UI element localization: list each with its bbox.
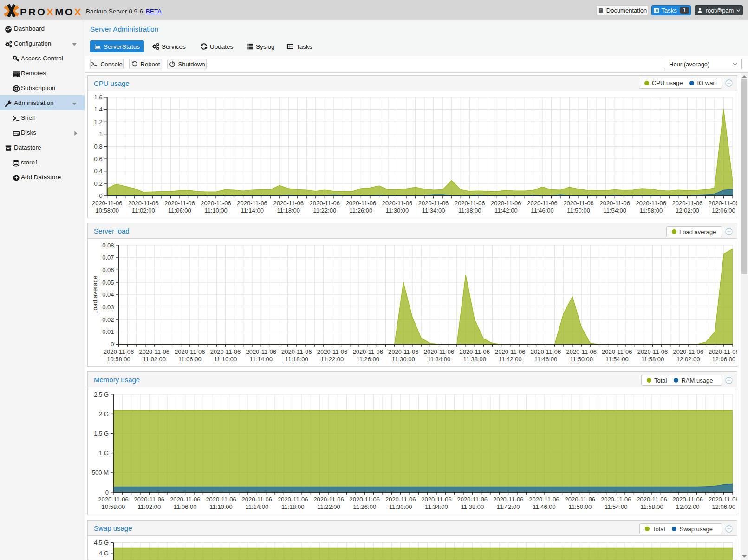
- svg-text:0.05: 0.05: [102, 279, 114, 286]
- svg-text:2020-11-06: 2020-11-06: [672, 200, 703, 207]
- svg-text:10:58:00: 10:58:00: [102, 503, 125, 510]
- svg-text:11:38:00: 11:38:00: [458, 207, 481, 214]
- svg-text:11:30:00: 11:30:00: [386, 207, 409, 214]
- svg-text:2020-11-06: 2020-11-06: [237, 200, 267, 207]
- svg-text:0.4: 0.4: [94, 168, 103, 175]
- svg-text:2020-11-06: 2020-11-06: [352, 348, 383, 355]
- svg-text:2 G: 2 G: [99, 410, 109, 417]
- svg-text:2020-11-06: 2020-11-06: [139, 348, 169, 355]
- svg-text:2020-11-06: 2020-11-06: [134, 496, 165, 503]
- svg-text:2020-11-06: 2020-11-06: [206, 496, 236, 503]
- svg-text:2020-11-06: 2020-11-06: [104, 348, 134, 355]
- svg-text:11:10:00: 11:10:00: [209, 503, 233, 510]
- svg-text:12:02:00: 12:02:00: [676, 356, 700, 363]
- svg-text:11:14:00: 11:14:00: [245, 503, 268, 510]
- svg-text:11:02:00: 11:02:00: [143, 356, 166, 363]
- svg-text:11:14:00: 11:14:00: [249, 356, 273, 363]
- svg-text:11:30:00: 11:30:00: [392, 356, 415, 363]
- svg-text:2020-11-06: 2020-11-06: [281, 348, 312, 355]
- svg-text:11:14:00: 11:14:00: [241, 207, 264, 214]
- svg-text:1.6: 1.6: [94, 94, 103, 101]
- svg-text:11:46:00: 11:46:00: [531, 207, 554, 214]
- svg-text:11:50:00: 11:50:00: [567, 207, 590, 214]
- svg-text:11:38:00: 11:38:00: [463, 356, 486, 363]
- svg-text:11:42:00: 11:42:00: [499, 356, 522, 363]
- svg-text:11:10:00: 11:10:00: [204, 207, 228, 214]
- svg-text:11:18:00: 11:18:00: [281, 503, 305, 510]
- svg-text:11:34:00: 11:34:00: [425, 503, 448, 510]
- svg-text:0: 0: [111, 341, 114, 348]
- svg-text:11:54:00: 11:54:00: [605, 356, 629, 363]
- svg-text:2020-11-06: 2020-11-06: [424, 348, 455, 355]
- svg-text:2020-11-06: 2020-11-06: [495, 348, 526, 355]
- svg-text:0.04: 0.04: [102, 291, 114, 298]
- svg-text:2020-11-06: 2020-11-06: [388, 348, 419, 355]
- svg-text:2020-11-06: 2020-11-06: [418, 200, 449, 207]
- svg-text:2020-11-06: 2020-11-06: [709, 200, 737, 207]
- svg-text:0.07: 0.07: [102, 254, 114, 261]
- svg-text:2020-11-06: 2020-11-06: [529, 496, 559, 503]
- svg-text:11:22:00: 11:22:00: [313, 207, 336, 214]
- svg-text:2020-11-06: 2020-11-06: [599, 200, 630, 207]
- svg-text:4 G: 4 G: [99, 550, 109, 557]
- svg-text:11:26:00: 11:26:00: [350, 207, 373, 214]
- svg-text:0.01: 0.01: [102, 328, 114, 335]
- svg-text:1.5 G: 1.5 G: [94, 430, 109, 437]
- svg-text:2020-11-06: 2020-11-06: [601, 496, 631, 503]
- svg-text:2020-11-06: 2020-11-06: [175, 348, 205, 355]
- svg-text:11:34:00: 11:34:00: [428, 356, 451, 363]
- svg-text:11:06:00: 11:06:00: [168, 207, 191, 214]
- svg-text:11:54:00: 11:54:00: [605, 503, 628, 510]
- svg-text:2020-11-06: 2020-11-06: [459, 348, 490, 355]
- svg-text:2020-11-06: 2020-11-06: [636, 200, 667, 207]
- svg-text:12:02:00: 12:02:00: [676, 207, 699, 214]
- svg-text:2020-11-06: 2020-11-06: [637, 496, 667, 503]
- svg-text:11:38:00: 11:38:00: [461, 503, 484, 510]
- svg-text:2020-11-06: 2020-11-06: [531, 348, 561, 355]
- svg-text:0.08: 0.08: [102, 242, 114, 249]
- svg-text:11:22:00: 11:22:00: [321, 356, 344, 363]
- svg-text:11:18:00: 11:18:00: [277, 207, 300, 214]
- svg-text:10:58:00: 10:58:00: [95, 207, 119, 214]
- svg-text:2020-11-06: 2020-11-06: [317, 348, 348, 355]
- svg-text:2020-11-06: 2020-11-06: [602, 348, 632, 355]
- svg-text:2020-11-06: 2020-11-06: [164, 200, 195, 207]
- svg-text:2020-11-06: 2020-11-06: [566, 348, 597, 355]
- svg-text:2020-11-06: 2020-11-06: [673, 348, 703, 355]
- svg-text:1.2: 1.2: [94, 118, 103, 125]
- svg-text:2020-11-06: 2020-11-06: [565, 496, 596, 503]
- svg-text:10:58:00: 10:58:00: [107, 356, 130, 363]
- svg-text:2020-11-06: 2020-11-06: [273, 200, 304, 207]
- svg-text:Load average: Load average: [91, 276, 98, 314]
- svg-text:12:06:00: 12:06:00: [712, 207, 735, 214]
- svg-text:11:58:00: 11:58:00: [639, 207, 663, 214]
- svg-text:2020-11-06: 2020-11-06: [709, 496, 737, 503]
- svg-text:2020-11-06: 2020-11-06: [346, 200, 377, 207]
- svg-text:11:18:00: 11:18:00: [285, 356, 308, 363]
- svg-text:11:02:00: 11:02:00: [137, 503, 161, 510]
- svg-text:2020-11-06: 2020-11-06: [170, 496, 201, 503]
- svg-text:2020-11-06: 2020-11-06: [128, 200, 159, 207]
- svg-text:2020-11-06: 2020-11-06: [242, 496, 273, 503]
- svg-text:1 G: 1 G: [99, 449, 109, 456]
- svg-text:12:06:00: 12:06:00: [712, 356, 735, 363]
- svg-text:2020-11-06: 2020-11-06: [313, 496, 344, 503]
- svg-text:2020-11-06: 2020-11-06: [637, 348, 668, 355]
- svg-text:2.5 G: 2.5 G: [94, 391, 109, 398]
- svg-text:2020-11-06: 2020-11-06: [310, 200, 340, 207]
- svg-text:11:26:00: 11:26:00: [353, 503, 376, 510]
- svg-text:11:10:00: 11:10:00: [214, 356, 237, 363]
- svg-text:2020-11-06: 2020-11-06: [709, 348, 737, 355]
- svg-text:11:30:00: 11:30:00: [389, 503, 412, 510]
- svg-text:11:50:00: 11:50:00: [568, 503, 592, 510]
- svg-text:2020-11-06: 2020-11-06: [382, 200, 413, 207]
- svg-text:1.4: 1.4: [94, 106, 103, 113]
- svg-text:11:46:00: 11:46:00: [533, 503, 556, 510]
- svg-text:1: 1: [99, 130, 102, 137]
- svg-text:0.8: 0.8: [94, 143, 103, 150]
- svg-text:11:54:00: 11:54:00: [603, 207, 626, 214]
- svg-text:2020-11-06: 2020-11-06: [98, 496, 129, 503]
- svg-text:2020-11-06: 2020-11-06: [246, 348, 276, 355]
- svg-text:2020-11-06: 2020-11-06: [493, 496, 524, 503]
- svg-text:11:42:00: 11:42:00: [497, 503, 520, 510]
